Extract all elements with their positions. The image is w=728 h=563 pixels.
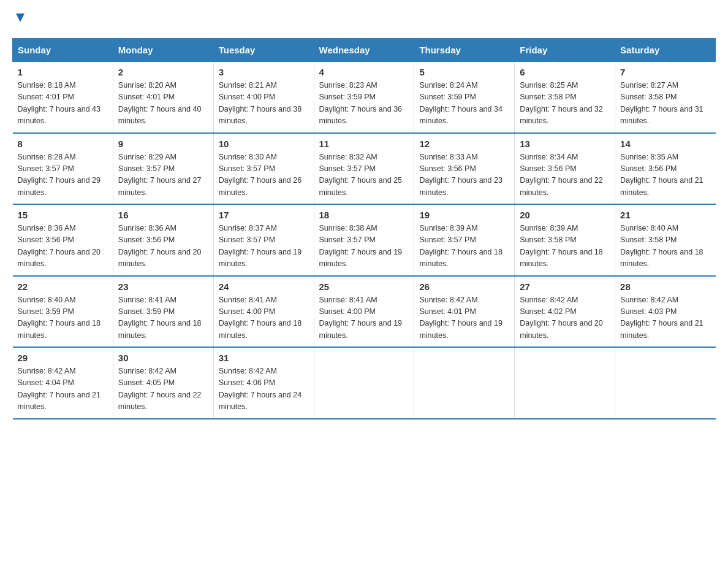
day-info: Sunrise: 8:41 AM Sunset: 3:59 PM Dayligh…	[118, 294, 208, 342]
calendar-day-cell: 1 Sunrise: 8:18 AM Sunset: 4:01 PM Dayli…	[13, 62, 113, 133]
calendar-week-row: 15 Sunrise: 8:36 AM Sunset: 3:56 PM Dayl…	[13, 204, 716, 276]
sunset-label: Sunset: 4:01 PM	[18, 93, 74, 101]
sunset-label: Sunset: 3:58 PM	[520, 236, 576, 244]
day-number: 25	[319, 282, 409, 292]
calendar-day-cell	[515, 347, 615, 419]
sunrise-label: Sunrise: 8:25 AM	[520, 81, 578, 90]
calendar-day-cell: 25 Sunrise: 8:41 AM Sunset: 4:00 PM Dayl…	[314, 276, 414, 348]
day-info: Sunrise: 8:30 AM Sunset: 3:57 PM Dayligh…	[219, 151, 309, 199]
daylight-label: Daylight: 7 hours and 18 minutes.	[520, 248, 603, 268]
daylight-label: Daylight: 7 hours and 32 minutes.	[520, 105, 603, 125]
daylight-label: Daylight: 7 hours and 38 minutes.	[219, 105, 302, 125]
calendar-day-cell	[615, 347, 716, 419]
daylight-label: Daylight: 7 hours and 21 minutes.	[620, 319, 703, 339]
sunrise-label: Sunrise: 8:21 AM	[219, 81, 277, 90]
sunrise-label: Sunrise: 8:37 AM	[219, 224, 277, 232]
day-info: Sunrise: 8:42 AM Sunset: 4:05 PM Dayligh…	[118, 366, 208, 413]
sunrise-label: Sunrise: 8:42 AM	[118, 367, 176, 375]
day-number: 10	[219, 139, 309, 149]
day-of-week-header: Tuesday	[213, 39, 314, 62]
day-number: 22	[18, 282, 108, 292]
sunset-label: Sunset: 3:57 PM	[219, 236, 275, 244]
daylight-label: Daylight: 7 hours and 18 minutes.	[419, 248, 502, 268]
logo-arrow-icon	[13, 11, 27, 27]
day-number: 6	[520, 67, 610, 77]
sunset-label: Sunset: 3:59 PM	[18, 307, 74, 316]
day-info: Sunrise: 8:42 AM Sunset: 4:03 PM Dayligh…	[620, 294, 710, 342]
day-info: Sunrise: 8:35 AM Sunset: 3:56 PM Dayligh…	[620, 151, 710, 199]
calendar-day-cell: 27 Sunrise: 8:42 AM Sunset: 4:02 PM Dayl…	[515, 276, 615, 348]
daylight-label: Daylight: 7 hours and 26 minutes.	[219, 176, 302, 196]
page-header	[12, 12, 716, 26]
calendar-day-cell	[414, 347, 515, 419]
day-number: 4	[319, 67, 409, 77]
sunset-label: Sunset: 3:57 PM	[319, 236, 376, 244]
sunset-label: Sunset: 4:06 PM	[219, 378, 275, 387]
day-number: 27	[520, 282, 610, 292]
calendar-day-cell: 13 Sunrise: 8:34 AM Sunset: 3:56 PM Dayl…	[515, 133, 615, 205]
day-of-week-header: Friday	[515, 39, 615, 62]
sunrise-label: Sunrise: 8:40 AM	[620, 224, 678, 232]
sunrise-label: Sunrise: 8:36 AM	[118, 224, 176, 232]
sunrise-label: Sunrise: 8:18 AM	[18, 81, 76, 90]
sunset-label: Sunset: 3:57 PM	[118, 164, 175, 173]
calendar-week-row: 8 Sunrise: 8:28 AM Sunset: 3:57 PM Dayli…	[13, 133, 716, 205]
daylight-label: Daylight: 7 hours and 23 minutes.	[419, 176, 502, 196]
day-number: 3	[219, 67, 309, 77]
day-info: Sunrise: 8:42 AM Sunset: 4:01 PM Dayligh…	[419, 294, 509, 342]
daylight-label: Daylight: 7 hours and 29 minutes.	[18, 176, 101, 196]
sunrise-label: Sunrise: 8:36 AM	[18, 224, 76, 232]
calendar-day-cell: 2 Sunrise: 8:20 AM Sunset: 4:01 PM Dayli…	[113, 62, 213, 133]
calendar-day-cell: 23 Sunrise: 8:41 AM Sunset: 3:59 PM Dayl…	[113, 276, 213, 348]
daylight-label: Daylight: 7 hours and 34 minutes.	[419, 105, 502, 125]
calendar-day-cell	[314, 347, 414, 419]
day-number: 28	[620, 282, 710, 292]
sunset-label: Sunset: 3:58 PM	[520, 93, 576, 101]
day-number: 29	[18, 353, 108, 363]
daylight-label: Daylight: 7 hours and 18 minutes.	[219, 319, 302, 339]
sunrise-label: Sunrise: 8:30 AM	[219, 153, 277, 161]
calendar-day-cell: 15 Sunrise: 8:36 AM Sunset: 3:56 PM Dayl…	[13, 204, 113, 276]
logo	[12, 12, 27, 26]
sunset-label: Sunset: 3:57 PM	[18, 164, 74, 173]
sunrise-label: Sunrise: 8:23 AM	[319, 81, 377, 90]
sunrise-label: Sunrise: 8:29 AM	[118, 153, 176, 161]
day-number: 14	[620, 139, 710, 149]
calendar-day-cell: 5 Sunrise: 8:24 AM Sunset: 3:59 PM Dayli…	[414, 62, 515, 133]
day-of-week-header: Monday	[113, 39, 213, 62]
sunset-label: Sunset: 4:00 PM	[219, 93, 275, 101]
sunset-label: Sunset: 4:00 PM	[219, 307, 275, 316]
daylight-label: Daylight: 7 hours and 18 minutes.	[118, 319, 202, 339]
day-info: Sunrise: 8:28 AM Sunset: 3:57 PM Dayligh…	[18, 151, 108, 199]
day-info: Sunrise: 8:34 AM Sunset: 3:56 PM Dayligh…	[520, 151, 610, 199]
sunset-label: Sunset: 3:59 PM	[118, 307, 175, 316]
calendar-week-row: 22 Sunrise: 8:40 AM Sunset: 3:59 PM Dayl…	[13, 276, 716, 348]
sunset-label: Sunset: 3:56 PM	[118, 236, 175, 244]
daylight-label: Daylight: 7 hours and 24 minutes.	[219, 391, 302, 411]
day-info: Sunrise: 8:42 AM Sunset: 4:02 PM Dayligh…	[520, 294, 610, 342]
sunset-label: Sunset: 3:59 PM	[419, 93, 476, 101]
day-number: 13	[520, 139, 610, 149]
day-number: 8	[18, 139, 108, 149]
day-number: 11	[319, 139, 409, 149]
day-number: 2	[118, 67, 208, 77]
daylight-label: Daylight: 7 hours and 20 minutes.	[118, 248, 202, 268]
calendar-day-cell: 22 Sunrise: 8:40 AM Sunset: 3:59 PM Dayl…	[13, 276, 113, 348]
calendar-day-cell: 18 Sunrise: 8:38 AM Sunset: 3:57 PM Dayl…	[314, 204, 414, 276]
calendar-day-cell: 14 Sunrise: 8:35 AM Sunset: 3:56 PM Dayl…	[615, 133, 716, 205]
daylight-label: Daylight: 7 hours and 25 minutes.	[319, 176, 403, 196]
calendar-day-cell: 21 Sunrise: 8:40 AM Sunset: 3:58 PM Dayl…	[615, 204, 716, 276]
calendar-day-cell: 9 Sunrise: 8:29 AM Sunset: 3:57 PM Dayli…	[113, 133, 213, 205]
calendar-day-cell: 3 Sunrise: 8:21 AM Sunset: 4:00 PM Dayli…	[213, 62, 314, 133]
sunrise-label: Sunrise: 8:32 AM	[319, 153, 377, 161]
day-info: Sunrise: 8:18 AM Sunset: 4:01 PM Dayligh…	[18, 80, 108, 128]
day-info: Sunrise: 8:36 AM Sunset: 3:56 PM Dayligh…	[18, 223, 108, 270]
daylight-label: Daylight: 7 hours and 19 minutes.	[419, 319, 502, 339]
calendar-day-cell: 24 Sunrise: 8:41 AM Sunset: 4:00 PM Dayl…	[213, 276, 314, 348]
day-info: Sunrise: 8:21 AM Sunset: 4:00 PM Dayligh…	[219, 80, 309, 128]
sunrise-label: Sunrise: 8:20 AM	[118, 81, 176, 90]
calendar-day-cell: 29 Sunrise: 8:42 AM Sunset: 4:04 PM Dayl…	[13, 347, 113, 419]
svg-marker-0	[16, 13, 25, 22]
sunrise-label: Sunrise: 8:33 AM	[419, 153, 477, 161]
sunset-label: Sunset: 4:05 PM	[118, 378, 175, 387]
